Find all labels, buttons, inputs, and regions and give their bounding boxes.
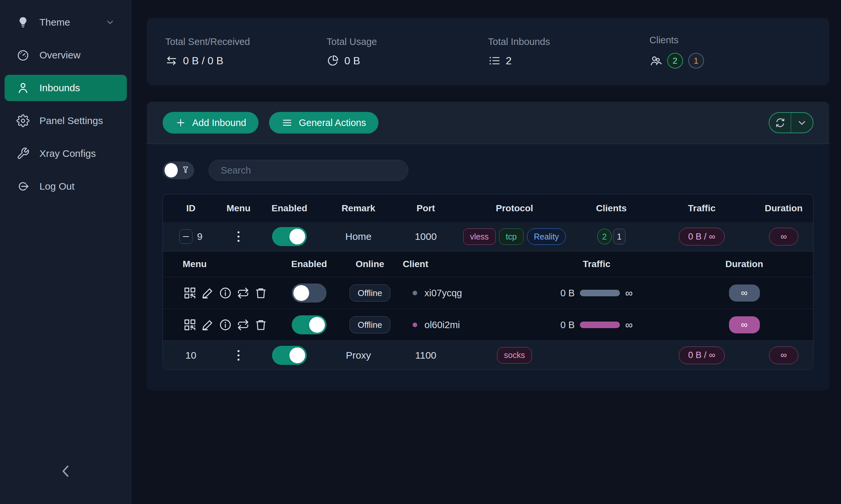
toolbar: Add Inbound General Actions bbox=[147, 102, 829, 144]
sidebar-item-xray-configs[interactable]: Xray Configs bbox=[5, 141, 127, 167]
inbounds-table: ID Menu Enabled Remark Port Protocol Cli… bbox=[162, 194, 813, 370]
traffic-used: 0 B bbox=[561, 320, 575, 330]
col-header-clients: Clients bbox=[573, 203, 649, 214]
inbounds-panel: Add Inbound General Actions bbox=[147, 102, 829, 391]
refresh-split-button bbox=[769, 112, 813, 133]
add-inbound-label: Add Inbound bbox=[192, 118, 246, 128]
sidebar-item-inbounds[interactable]: Inbounds bbox=[5, 75, 127, 101]
hamburger-icon bbox=[281, 117, 293, 128]
inbound-enabled-toggle[interactable] bbox=[272, 346, 307, 365]
logout-icon bbox=[16, 180, 30, 193]
user-icon bbox=[16, 82, 30, 94]
plus-icon bbox=[175, 117, 186, 128]
table-row: 9 Home 1000 vless tcp Reality 2 1 bbox=[163, 222, 813, 251]
sidebar-item-label: Xray Configs bbox=[39, 148, 96, 159]
delete-button[interactable] bbox=[254, 318, 268, 332]
subcol-header-traffic: Traffic bbox=[518, 259, 675, 269]
info-button[interactable] bbox=[218, 286, 233, 300]
delete-button[interactable] bbox=[254, 286, 268, 300]
filter-toggle[interactable] bbox=[162, 161, 194, 179]
clients-deactivated-badge: 1 bbox=[613, 229, 625, 245]
gauge-icon bbox=[16, 49, 30, 62]
duration-badge: ∞ bbox=[769, 346, 798, 364]
stat-label: Total Usage bbox=[327, 36, 488, 47]
traffic-limit: ∞ bbox=[625, 319, 633, 331]
subcol-header-client: Client bbox=[403, 259, 518, 269]
sidebar-item-logout[interactable]: Log Out bbox=[5, 173, 127, 199]
chevron-down-icon bbox=[105, 17, 115, 27]
client-subtable: Menu Enabled Online Client Traffic Durat… bbox=[163, 251, 813, 341]
col-header-remark: Remark bbox=[321, 203, 396, 214]
traffic-badge: 0 B / ∞ bbox=[679, 228, 725, 246]
edit-button[interactable] bbox=[201, 318, 215, 332]
table-row: 10 Proxy 1100 socks 0 B / ∞ ∞ bbox=[163, 341, 813, 370]
subcol-header-enabled: Enabled bbox=[281, 259, 337, 269]
subcol-header-online: Online bbox=[337, 259, 403, 269]
traffic-progress-bar bbox=[580, 322, 620, 328]
sidebar-collapse-button[interactable] bbox=[56, 461, 75, 481]
qr-code-button[interactable] bbox=[183, 286, 197, 300]
col-header-id: ID bbox=[163, 203, 219, 214]
inbound-id: 10 bbox=[185, 350, 196, 361]
people-icon bbox=[650, 54, 662, 67]
client-duration-badge: ∞ bbox=[729, 285, 760, 302]
client-name: xi07ycqg bbox=[425, 288, 462, 299]
info-button[interactable] bbox=[218, 318, 233, 332]
stat-total-inbounds: Total Inbounds 2 bbox=[488, 36, 650, 67]
qr-code-button[interactable] bbox=[183, 318, 197, 332]
client-row: Offline ol60i2mi 0 B ∞ ∞ bbox=[163, 309, 813, 341]
client-enabled-toggle[interactable] bbox=[292, 284, 327, 303]
col-header-port: Port bbox=[396, 203, 455, 214]
clients-deactivated-badge: 1 bbox=[688, 53, 704, 69]
sidebar-item-panel-settings[interactable]: Panel Settings bbox=[5, 108, 127, 134]
toggle-knob bbox=[165, 163, 178, 178]
theme-label: Theme bbox=[39, 17, 70, 28]
refresh-dropdown-button[interactable] bbox=[791, 113, 813, 132]
list-icon bbox=[488, 54, 501, 67]
inbound-id: 9 bbox=[197, 231, 203, 242]
traffic-badge: 0 B / ∞ bbox=[679, 346, 725, 364]
stat-sent-received: Total Sent/Received 0 B / 0 B bbox=[165, 36, 327, 67]
chevron-down-icon bbox=[796, 117, 807, 128]
pie-chart-icon bbox=[327, 54, 339, 67]
reset-traffic-button[interactable] bbox=[236, 286, 250, 300]
theme-selector[interactable]: Theme bbox=[5, 9, 127, 35]
col-header-menu: Menu bbox=[219, 203, 258, 214]
protocol-badge: vless bbox=[463, 228, 496, 245]
protocol-badge: socks bbox=[497, 347, 532, 363]
bulb-icon bbox=[16, 16, 30, 29]
stat-value: 2 bbox=[506, 55, 512, 67]
sidebar-item-label: Panel Settings bbox=[39, 115, 103, 126]
sidebar-item-label: Inbounds bbox=[39, 83, 80, 93]
stat-value: 0 B bbox=[344, 55, 360, 67]
add-inbound-button[interactable]: Add Inbound bbox=[162, 112, 259, 133]
funnel-icon bbox=[181, 165, 190, 175]
reset-traffic-button[interactable] bbox=[236, 318, 250, 332]
row-menu-button[interactable] bbox=[236, 229, 241, 244]
search-input[interactable] bbox=[209, 160, 408, 181]
general-actions-button[interactable]: General Actions bbox=[269, 112, 378, 133]
col-header-duration: Duration bbox=[754, 203, 813, 214]
inbound-enabled-toggle[interactable] bbox=[272, 227, 307, 246]
row-menu-button[interactable] bbox=[236, 348, 241, 363]
sidebar-item-overview[interactable]: Overview bbox=[5, 42, 127, 68]
online-status-badge: Offline bbox=[349, 316, 391, 334]
refresh-button[interactable] bbox=[769, 113, 791, 132]
stat-label: Total Sent/Received bbox=[165, 36, 327, 47]
gear-icon bbox=[16, 114, 30, 127]
collapse-row-button[interactable] bbox=[179, 229, 192, 244]
client-enabled-toggle[interactable] bbox=[292, 315, 327, 335]
search-row bbox=[147, 144, 829, 194]
online-status-badge: Offline bbox=[349, 285, 391, 302]
client-name: ol60i2mi bbox=[425, 320, 460, 330]
stat-label: Clients bbox=[650, 35, 811, 46]
subcol-header-menu: Menu bbox=[183, 259, 281, 269]
edit-button[interactable] bbox=[201, 286, 215, 300]
inbound-remark: Proxy bbox=[321, 350, 396, 361]
clients-online-badge: 2 bbox=[667, 53, 683, 69]
subcol-header-duration: Duration bbox=[675, 259, 813, 269]
traffic-used: 0 B bbox=[561, 288, 575, 299]
duration-badge: ∞ bbox=[769, 228, 798, 246]
traffic-progress-bar bbox=[580, 290, 620, 296]
stat-value: 0 B / 0 B bbox=[183, 55, 223, 67]
